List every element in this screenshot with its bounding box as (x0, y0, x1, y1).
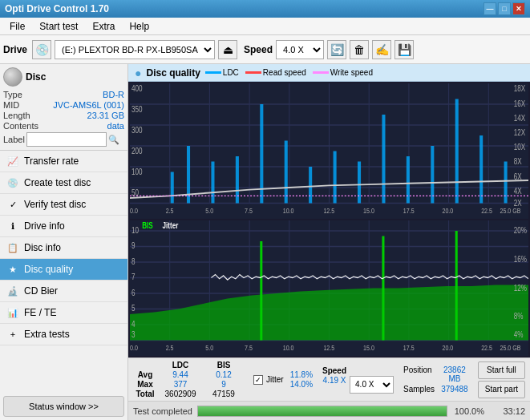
max-ldc: 377 (160, 380, 200, 389)
bottom-chart-svg: 10 9 8 7 6 5 4 3 20% 16% 12% 8% 4% BIS (130, 220, 528, 356)
disc-length-row: Length 23.31 GB (3, 111, 124, 120)
save-button[interactable]: 💾 (394, 40, 414, 59)
speed-dropdown[interactable]: 4.0 X (350, 376, 394, 394)
menu-start-test[interactable]: Start test (33, 19, 84, 34)
sidebar-item-drive-info[interactable]: ℹ Drive info (0, 216, 127, 237)
svg-text:16X: 16X (514, 99, 526, 108)
cd-bier-icon: 🔬 (6, 285, 19, 297)
window-controls[interactable]: — □ ✕ (483, 2, 525, 15)
disc-icon (3, 67, 22, 87)
sidebar-item-fe-te[interactable]: 📊 FE / TE (0, 302, 127, 324)
sidebar: Disc Type BD-R MID JVC-AMS6L (001) Lengt… (0, 64, 128, 420)
disc-type-row: Type BD-R (3, 90, 124, 99)
svg-rect-30 (504, 162, 508, 204)
total-ldc: 3602909 (160, 390, 200, 398)
disc-contents-row: Contents data (3, 121, 124, 131)
samples-label: Samples (403, 385, 435, 394)
sidebar-item-transfer-rate[interactable]: 📈 Transfer rate (0, 151, 127, 172)
svg-text:12.5: 12.5 (323, 345, 334, 353)
drive-info-label: Drive info (24, 220, 65, 232)
menu-help[interactable]: Help (123, 19, 156, 34)
sidebar-item-cd-bier[interactable]: 🔬 CD Bier (0, 281, 127, 302)
drive-select[interactable]: (E:) PLEXTOR BD-R PX-LB950SA 1.06 (55, 40, 215, 59)
svg-rect-29 (479, 135, 483, 204)
sidebar-item-disc-quality[interactable]: ★ Disc quality (0, 259, 127, 281)
start-full-button[interactable]: Start full (478, 361, 525, 379)
speed-select[interactable]: 4.0 X (276, 40, 324, 59)
refresh-button[interactable]: 🔄 (327, 40, 346, 59)
disc-header: Disc (3, 67, 124, 87)
progress-time: 33:12 (489, 406, 525, 416)
svg-rect-27 (431, 146, 434, 204)
erase-button[interactable]: 🗑 (350, 40, 369, 59)
svg-text:12%: 12% (514, 284, 527, 293)
disc-mid-row: MID JVC-AMS6L (001) (3, 100, 124, 110)
write-button[interactable]: ✍ (372, 40, 391, 59)
svg-text:4: 4 (131, 320, 136, 329)
disc-mid-value: JVC-AMS6L (001) (53, 100, 124, 110)
svg-text:5.0: 5.0 (205, 345, 213, 353)
svg-text:17.5: 17.5 (403, 345, 415, 353)
transfer-rate-icon: 📈 (6, 155, 19, 168)
jitter-section: ✓ Jitter 11.8% 14.0% (253, 370, 313, 390)
ldc-legend: LDC (205, 68, 239, 77)
disc-quality-label: Disc quality (24, 264, 73, 275)
disc-label-row: Label 🔍 (3, 132, 124, 147)
svg-text:3: 3 (131, 330, 136, 339)
sidebar-item-verify-test-disc[interactable]: ✓ Verify test disc (0, 194, 127, 216)
disc-type-value: BD-R (103, 90, 124, 99)
svg-text:20.0: 20.0 (442, 345, 453, 353)
verify-test-icon: ✓ (6, 198, 19, 211)
read-speed-legend-dot (245, 71, 261, 74)
speed-col-header: Speed (322, 366, 346, 375)
disc-length-value: 23.31 GB (87, 111, 124, 120)
svg-text:BIS: BIS (142, 221, 153, 230)
ldc-legend-dot (205, 71, 221, 74)
status-window-button[interactable]: Status window >> (3, 396, 124, 417)
chart-legend: LDC Read speed Write speed (205, 68, 373, 77)
write-speed-legend-dot (313, 71, 329, 74)
disc-label-input[interactable] (26, 132, 107, 147)
maximize-button[interactable]: □ (498, 2, 511, 15)
sidebar-item-create-test-disc[interactable]: 💿 Create test disc (0, 172, 127, 194)
sidebar-item-disc-info[interactable]: 📋 Disc info (0, 237, 127, 259)
fe-te-icon: 📊 (6, 306, 19, 319)
menu-bar: File Start test Extra Help (0, 18, 530, 35)
svg-rect-25 (382, 115, 385, 204)
bottom-chart: 10 9 8 7 6 5 4 3 20% 16% 12% 8% 4% BIS (130, 220, 528, 356)
disc-info-icon: 📋 (6, 241, 19, 254)
svg-text:Jitter: Jitter (163, 221, 179, 230)
svg-text:2.5: 2.5 (166, 345, 174, 353)
disc-contents-value: data (107, 121, 124, 131)
eject-button[interactable]: ⏏ (218, 40, 237, 59)
fe-te-label: FE / TE (24, 307, 56, 318)
disc-title: Disc (26, 71, 46, 83)
svg-text:5.0: 5.0 (205, 208, 213, 216)
label-icon[interactable]: 🔍 (108, 135, 119, 145)
minimize-button[interactable]: — (483, 2, 496, 15)
svg-text:300: 300 (131, 126, 143, 135)
drive-icon: 💿 (32, 40, 51, 59)
svg-text:25.0 GB: 25.0 GB (500, 345, 522, 353)
disc-length-label: Length (3, 111, 30, 120)
svg-rect-76 (260, 241, 262, 341)
extra-tests-icon: + (6, 328, 19, 341)
menu-extra[interactable]: Extra (86, 19, 121, 34)
jitter-checkbox[interactable]: ✓ (253, 375, 263, 385)
progress-bar (197, 406, 447, 417)
svg-text:7.5: 7.5 (245, 208, 253, 216)
disc-type-label: Type (3, 90, 22, 99)
svg-text:18X: 18X (514, 84, 526, 93)
svg-text:200: 200 (131, 147, 143, 155)
sidebar-item-extra-tests[interactable]: + Extra tests (0, 324, 127, 345)
menu-file[interactable]: File (3, 19, 31, 34)
svg-text:5: 5 (131, 304, 136, 313)
svg-text:15.0: 15.0 (363, 345, 374, 353)
start-part-button[interactable]: Start part (478, 381, 525, 398)
create-test-label: Create test disc (24, 177, 91, 188)
close-button[interactable]: ✕ (512, 2, 525, 15)
avg-ldc: 9.44 (160, 370, 200, 379)
top-chart-svg: 400 350 300 200 100 50 18X 16X 14X 12X 1… (130, 83, 528, 219)
svg-text:15.0: 15.0 (363, 208, 374, 216)
svg-text:10.0: 10.0 (283, 208, 294, 216)
